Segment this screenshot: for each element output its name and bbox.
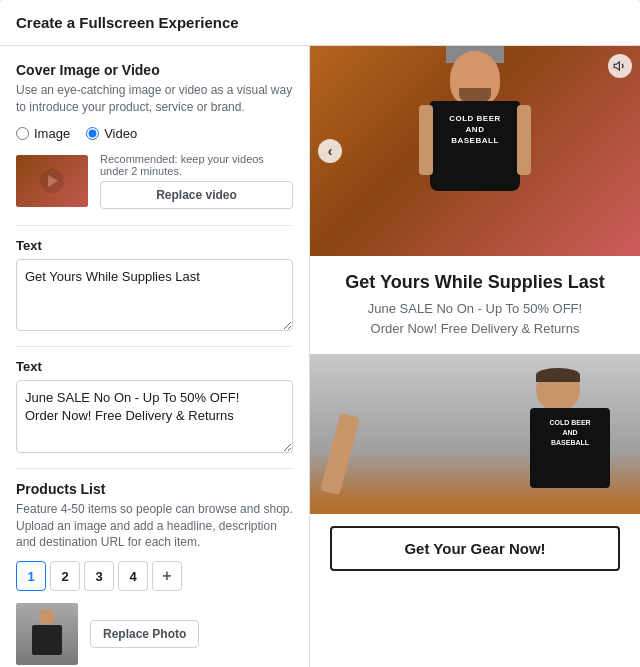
video-label: Video — [104, 126, 137, 141]
nav-arrow-left[interactable]: ‹ — [318, 139, 342, 163]
figure-torso: COLD BEERANDBASEBALL — [430, 101, 520, 191]
products-section: Products List Feature 4-50 items so peop… — [16, 481, 293, 665]
video-thumbnail — [16, 155, 88, 207]
tab-1[interactable]: 1 — [16, 561, 46, 591]
divider-1 — [16, 225, 293, 226]
video-row: Recommended: keep your videos under 2 mi… — [16, 153, 293, 209]
hero-figure-1: COLD BEERANDBASEBALL — [310, 46, 640, 256]
replace-photo-button[interactable]: Replace Photo — [90, 620, 199, 648]
video-hint: Recommended: keep your videos under 2 mi… — [100, 153, 293, 177]
figure2-container: COLD BEERANDBASEBALL — [310, 354, 640, 514]
divider-3 — [16, 468, 293, 469]
preview-cta: Get Your Gear Now! — [330, 526, 620, 571]
arrow-left-icon: ‹ — [328, 143, 333, 159]
text2-input[interactable]: June SALE No On - Up To 50% OFF! Order N… — [16, 380, 293, 453]
image-radio[interactable] — [16, 127, 29, 140]
tab-4[interactable]: 4 — [118, 561, 148, 591]
figure2-head — [536, 368, 580, 412]
image-option[interactable]: Image — [16, 126, 70, 141]
preview-subtext: June SALE No On - Up To 50% OFF!Order No… — [330, 299, 620, 338]
left-panel: Cover Image or Video Use an eye-catching… — [0, 46, 310, 667]
replace-video-button[interactable]: Replace video — [100, 181, 293, 209]
text2-label: Text — [16, 359, 293, 374]
preview-text-section: Get Yours While Supplies Last June SALE … — [310, 256, 640, 354]
shirt-text-1: COLD BEERANDBASEBALL — [430, 101, 520, 147]
cover-title: Cover Image or Video — [16, 62, 293, 78]
video-info: Recommended: keep your videos under 2 mi… — [100, 153, 293, 209]
cta-button[interactable]: Get Your Gear Now! — [330, 526, 620, 571]
figure-body: COLD BEERANDBASEBALL — [415, 51, 535, 251]
preview-headline: Get Yours While Supplies Last — [330, 272, 620, 293]
arm-left — [419, 105, 433, 175]
text1-section: Text Get Yours While Supplies Last — [16, 238, 293, 335]
figure-head — [450, 51, 500, 106]
divider-2 — [16, 346, 293, 347]
image-label: Image — [34, 126, 70, 141]
preview-hero: ‹ — [310, 46, 640, 256]
products-title: Products List — [16, 481, 293, 497]
tab-3[interactable]: 3 — [84, 561, 114, 591]
cover-section: Cover Image or Video Use an eye-catching… — [16, 62, 293, 209]
preview-product-img: COLD BEERANDBASEBALL — [310, 354, 640, 514]
arm-figure2 — [320, 413, 360, 495]
shirt-text-2: COLD BEERANDBASEBALL — [530, 408, 610, 447]
video-radio[interactable] — [86, 127, 99, 140]
product-item: Replace Photo — [16, 603, 293, 665]
product-photo — [16, 603, 78, 665]
tab-add[interactable]: + — [152, 561, 182, 591]
floor-figure2 — [310, 494, 640, 514]
tab-2[interactable]: 2 — [50, 561, 80, 591]
modal-header: Create a Fullscreen Experience — [0, 0, 640, 46]
text2-section: Text June SALE No On - Up To 50% OFF! Or… — [16, 359, 293, 456]
modal-title: Create a Fullscreen Experience — [16, 14, 239, 31]
right-panel: ‹ — [310, 46, 640, 667]
product-tabs: 1 2 3 4 + — [16, 561, 293, 591]
text1-input[interactable]: Get Yours While Supplies Last — [16, 259, 293, 332]
products-desc: Feature 4-50 items so people can browse … — [16, 501, 293, 551]
figure2-torso: COLD BEERANDBASEBALL — [530, 408, 610, 488]
media-type-group: Image Video — [16, 126, 293, 141]
modal-container: Create a Fullscreen Experience Cover Ima… — [0, 0, 640, 667]
video-option[interactable]: Video — [86, 126, 137, 141]
cover-desc: Use an eye-catching image or video as a … — [16, 82, 293, 116]
text1-label: Text — [16, 238, 293, 253]
modal-body: Cover Image or Video Use an eye-catching… — [0, 46, 640, 667]
arm-right — [517, 105, 531, 175]
